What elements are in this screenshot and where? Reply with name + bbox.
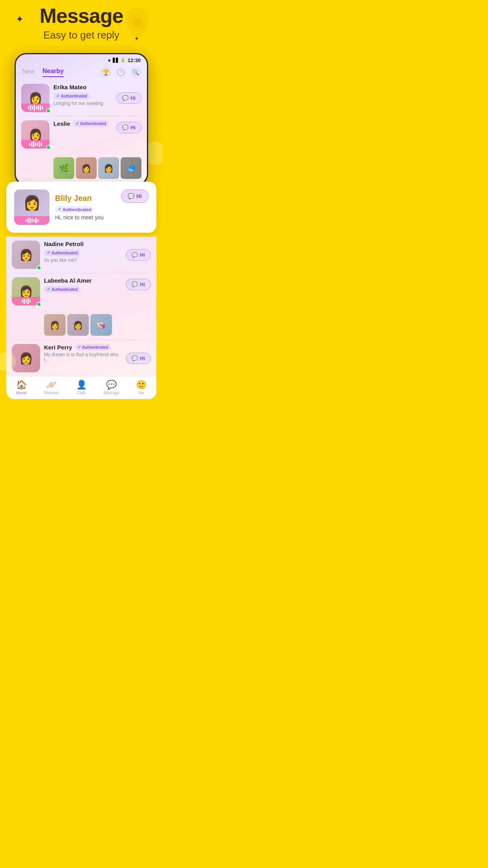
message-icon: 💬 xyxy=(106,380,117,390)
user-info-keri: Keri Perry ✔ Authenticated My dream is t… xyxy=(44,344,122,363)
page-wrapper: ✦ ✦ Message Easy to get reply ▼ ▋▋ 🔋 xyxy=(0,4,163,411)
avatar-nadine: 👩 xyxy=(12,241,40,269)
user-photos-leslie: 🌿 👩 👩 🧢 xyxy=(53,157,141,179)
auth-label-nadine: Authenticated xyxy=(51,251,78,255)
status-bar: ▼ ▋▋ 🔋 12:30 xyxy=(16,54,147,65)
check-icon-labeeba: ✔ xyxy=(47,287,50,292)
auth-badge-leslie: ✔ Authenticated xyxy=(73,120,109,127)
list-item[interactable]: 👩 Labeeba Al Amer xyxy=(6,273,156,340)
nav-item-message[interactable]: 💬 Message xyxy=(96,380,126,395)
check-icon-leslie: ✔ xyxy=(75,121,79,126)
list-item[interactable]: 👩 xyxy=(16,116,147,183)
avatar-wrap-keri: 👩 xyxy=(12,344,40,372)
online-indicator-labeeba xyxy=(37,302,41,307)
hi-button-erika[interactable]: 💬 Hi xyxy=(116,92,141,104)
history-icon[interactable]: 🕐 xyxy=(116,67,126,77)
photo-1-labeeba: 👩 xyxy=(44,314,66,336)
avatar-labeeba: 👩 xyxy=(12,277,40,305)
online-indicator-nadine xyxy=(37,265,41,270)
chat-bubble-icon: 💬 xyxy=(122,95,128,101)
user-name-row-nadine: Nadine Petroli ✔ Authenticated xyxy=(44,241,122,256)
user-name-row-leslie: Leslie ✔ Authenticated xyxy=(53,120,112,127)
user-list: 👩 xyxy=(16,78,147,184)
auth-badge-erika: ✔ Authenticated xyxy=(53,93,90,99)
auth-badge-keri: ✔ Authenticated xyxy=(75,344,111,351)
nav-item-home[interactable]: 🏠 Home xyxy=(6,380,36,395)
list-item[interactable]: 👩 Keri Perry ✔ Authenticated My dream is… xyxy=(6,340,156,376)
trophy-icon[interactable]: 🏆 xyxy=(101,67,111,77)
check-icon-blily: ✔ xyxy=(58,207,61,212)
avatar-wrap-erika: 👩 xyxy=(21,84,50,112)
nav-item-moment[interactable]: 🪐 Moment xyxy=(36,380,66,395)
phone-mockup: ▼ ▋▋ 🔋 12:30 New Nearby 🏆 🕐 🔍 xyxy=(15,53,148,186)
chat-bubble-icon: 💬 xyxy=(128,193,134,199)
home-icon: 🏠 xyxy=(16,380,27,390)
hi-button-nadine[interactable]: 💬 Hi xyxy=(126,249,151,261)
hi-button-leslie[interactable]: 💬 Hi xyxy=(116,122,141,133)
battery-icon: 🔋 xyxy=(120,58,126,63)
tab-new[interactable]: New xyxy=(22,68,35,77)
user-status-nadine: do you like me? xyxy=(44,257,122,263)
nav-label-club: Club xyxy=(77,391,86,395)
auth-label-blily: Authenticated xyxy=(62,207,91,212)
nav-item-club[interactable]: 👤 Club xyxy=(66,380,96,395)
hi-button-keri[interactable]: 💬 Hi xyxy=(126,353,151,364)
photo-2-labeeba: 👩 xyxy=(67,314,89,336)
check-icon-nadine: ✔ xyxy=(47,250,50,256)
floating-name-blily: Blily Jean xyxy=(55,194,92,203)
bottom-navigation: 🏠 Home 🪐 Moment 👤 Club 💬 Message 🙂 xyxy=(6,376,156,399)
photo-3-leslie: 👩 xyxy=(98,157,119,179)
auth-badge-blily: ✔ Authenticated xyxy=(55,206,94,213)
status-time: 12:30 xyxy=(128,57,141,63)
avatar-leslie: 👩 xyxy=(21,120,50,149)
photo-1-leslie: 🌿 xyxy=(53,157,74,179)
hi-label: Hi xyxy=(140,281,145,287)
hi-button-blily[interactable]: 💬 Hi xyxy=(121,189,149,203)
avatar-erika: 👩 xyxy=(21,84,50,112)
location-icon xyxy=(119,8,155,43)
check-icon-keri: ✔ xyxy=(77,345,81,350)
below-section: 👩 Nadine Petroli ✔ Authenticated do you … xyxy=(0,237,163,411)
nav-label-message: Message xyxy=(103,391,119,395)
hi-label: Hi xyxy=(136,193,142,199)
user-name-row-labeeba: Labeeba Al Amer ✔ Authenticated xyxy=(44,277,122,293)
online-indicator-leslie xyxy=(46,145,51,150)
chat-bubble-icon: 💬 xyxy=(132,355,138,361)
photo-3-labeeba: 👒 xyxy=(90,314,112,336)
photo-2-leslie: 👩 xyxy=(76,157,97,179)
hi-label: Hi xyxy=(130,125,136,131)
user-name-nadine: Nadine Petroli xyxy=(44,241,84,247)
waveform-erika xyxy=(21,103,50,112)
nav-label-moment: Moment xyxy=(44,391,59,395)
hi-button-labeeba[interactable]: 💬 Hi xyxy=(126,279,151,290)
floating-info-blily: Blily Jean ✔ Authenticated Hi, nice to m… xyxy=(55,194,116,221)
user-info-erika: Erika Mateo ✔ Authenticated Longing for … xyxy=(53,84,112,106)
hi-label: Hi xyxy=(130,95,136,101)
phone-mockup-section: ▼ ▋▋ 🔋 12:30 New Nearby 🏆 🕐 🔍 xyxy=(6,53,156,186)
user-name-keri: Keri Perry xyxy=(44,344,72,351)
search-icon[interactable]: 🔍 xyxy=(130,67,141,77)
auth-badge-nadine: ✔ Authenticated xyxy=(44,250,81,256)
user-name-row-erika: Erika Mateo ✔ Authenticated xyxy=(53,84,112,99)
user-photos-labeeba: 👩 👩 👒 xyxy=(44,314,151,336)
avatar-wrap-leslie: 👩 xyxy=(21,120,50,149)
auth-label-labeeba: Authenticated xyxy=(51,287,78,292)
hi-label: Hi xyxy=(140,252,145,258)
list-item[interactable]: 👩 xyxy=(16,80,147,116)
waveform-labeeba xyxy=(12,297,40,305)
phone-nav-tabs: New Nearby 🏆 🕐 🔍 xyxy=(16,65,147,78)
nav-item-me[interactable]: 🙂 Me xyxy=(127,380,156,395)
user-status-erika: Longing for our meeting xyxy=(53,101,112,106)
list-item[interactable]: 👩 Nadine Petroli ✔ Authenticated do you … xyxy=(6,237,156,273)
user-name-leslie: Leslie xyxy=(53,120,70,127)
tab-nearby[interactable]: Nearby xyxy=(42,68,64,77)
avatar-keri: 👩 xyxy=(12,344,40,372)
status-icons: ▼ ▋▋ 🔋 xyxy=(107,58,126,63)
hi-label: Hi xyxy=(140,355,145,361)
user-info-nadine: Nadine Petroli ✔ Authenticated do you li… xyxy=(44,241,122,263)
me-icon: 🙂 xyxy=(136,380,147,390)
avatar-wrap-labeeba: 👩 xyxy=(12,277,40,305)
nav-label-home: Home xyxy=(16,391,27,395)
nav-action-icons: 🏆 🕐 🔍 xyxy=(101,67,141,77)
yellow-section: ✦ ✦ Message Easy to get reply ▼ ▋▋ 🔋 xyxy=(0,4,163,233)
